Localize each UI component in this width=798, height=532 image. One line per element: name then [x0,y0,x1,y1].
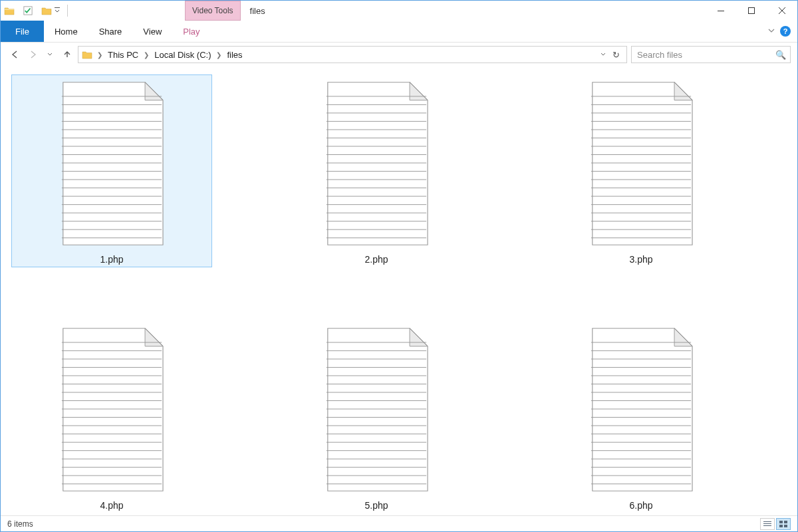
chevron-right-icon[interactable]: ❯ [96,51,104,59]
file-item[interactable]: 2.php [276,74,477,267]
svg-rect-112 [763,521,771,522]
explorer-window: Video Tools files File Home Share View P… [0,0,798,532]
svg-rect-114 [763,525,771,526]
file-item[interactable]: 3.php [541,74,741,267]
document-icon [577,77,705,250]
tab-file-label: File [15,27,29,37]
close-button[interactable] [767,1,797,21]
minimize-button[interactable] [706,1,736,21]
tab-view[interactable]: View [132,21,172,42]
tab-play[interactable]: Play [172,21,210,42]
tab-play-label: Play [183,27,200,37]
chevron-right-icon[interactable]: ❯ [142,51,150,59]
view-details-button[interactable] [760,518,775,530]
tab-share[interactable]: Share [88,21,133,42]
file-name-label: 4.php [100,500,123,511]
svg-rect-115 [779,521,783,523]
svg-rect-116 [784,521,787,523]
document-icon [313,77,440,250]
view-mode-toggle [760,518,791,530]
address-dropdown-chevron[interactable] [600,50,606,59]
qat-customize-chevron[interactable] [54,6,62,15]
document-icon [577,323,705,496]
search-input[interactable] [636,49,775,61]
title-bar: Video Tools files [1,1,797,21]
app-folder-icon [3,5,15,17]
file-content-pane[interactable]: 1.php 2.php 3.php 4.php 5.php 6.php [1,66,797,515]
file-grid: 1.php 2.php 3.php 4.php 5.php 6.php [11,74,793,513]
window-title: files [241,6,265,16]
status-item-count: 6 items [7,519,33,529]
refresh-icon[interactable]: ↻ [608,50,624,60]
file-name-label: 5.php [364,500,388,511]
contextual-tab-video-tools[interactable]: Video Tools [185,1,241,21]
svg-rect-113 [763,523,771,524]
window-controls [706,1,797,21]
view-large-icons-button[interactable] [776,518,791,530]
qat-properties-icon[interactable] [22,5,34,17]
file-name-label: 6.php [629,500,652,511]
address-folder-icon [81,49,93,61]
file-item[interactable]: 4.php [11,321,212,513]
document-icon [48,323,176,496]
document-icon [313,323,440,496]
maximize-button[interactable] [736,1,767,21]
nav-back-button[interactable] [9,48,22,61]
svg-rect-1 [55,7,60,8]
quick-access-toolbar [1,1,72,21]
svg-rect-118 [784,525,787,527]
nav-up-button[interactable] [61,48,74,61]
search-icon[interactable]: 🔍 [775,50,786,60]
svg-rect-117 [779,525,783,527]
help-icon[interactable]: ? [780,26,791,37]
qat-folder-icon[interactable] [41,5,53,17]
file-name-label: 3.php [629,254,652,265]
chevron-right-icon[interactable]: ❯ [215,51,223,59]
status-bar: 6 items [1,515,797,531]
ribbon-collapse-chevron[interactable] [768,27,775,36]
file-name-label: 1.php [100,254,123,265]
file-name-label: 2.php [364,254,388,265]
tab-home[interactable]: Home [44,21,88,42]
tab-share-label: Share [99,27,122,37]
file-item[interactable]: 6.php [541,321,741,513]
tab-view-label: View [143,27,162,37]
tab-file[interactable]: File [1,21,44,42]
svg-rect-3 [749,8,755,14]
contextual-tab-label: Video Tools [192,6,233,15]
file-item[interactable]: 5.php [276,321,477,513]
breadcrumb-folder[interactable]: files [224,50,245,60]
breadcrumb-this-pc[interactable]: This PC [105,50,141,60]
svg-rect-2 [718,11,724,11]
ribbon-tabs: File Home Share View Play ? [1,21,797,43]
document-icon [48,77,176,250]
file-item[interactable]: 1.php [11,74,212,267]
nav-forward-button[interactable] [26,48,39,61]
nav-history-chevron[interactable] [43,48,57,61]
tab-home-label: Home [55,27,78,37]
breadcrumb-drive[interactable]: Local Disk (C:) [152,50,213,60]
navigation-row: ❯ This PC ❯ Local Disk (C:) ❯ files ↻ 🔍 [1,43,797,66]
address-bar[interactable]: ❯ This PC ❯ Local Disk (C:) ❯ files ↻ [78,46,627,63]
search-box[interactable]: 🔍 [631,46,791,63]
